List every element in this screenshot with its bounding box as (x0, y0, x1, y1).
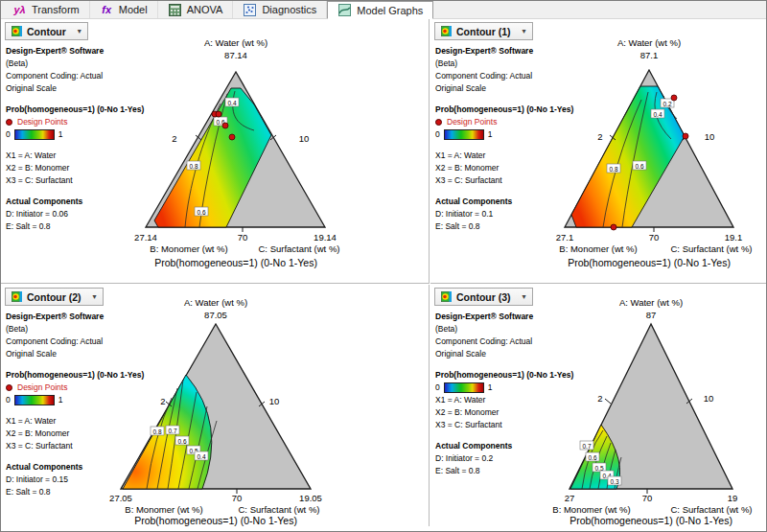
color-gradient-bar (444, 382, 484, 393)
svg-text:0.8: 0.8 (189, 163, 198, 170)
bottom-edge-value: 70 (232, 493, 243, 503)
apex-axis-value: 87.05 (204, 310, 227, 320)
plot-caption: Prob(homogeneous=1) (0-No 1-Yes) (154, 257, 317, 268)
svg-text:0.6: 0.6 (177, 438, 186, 445)
bottom-edge-value: 70 (649, 232, 660, 243)
dropdown-label: Contour (1) (456, 26, 511, 37)
coding-label: Component Coding: Actual (6, 70, 174, 82)
ribbon-tabbar: yλ Transform fx Model ANOVA Diagnostics … (1, 1, 766, 19)
dropdown-label: Contour (27, 26, 66, 37)
tab-model-graphs[interactable]: Model Graphs (327, 1, 433, 19)
chevron-down-icon: ▾ (78, 27, 81, 35)
c-axis-title: C: Surfactant (wt %) (259, 243, 340, 254)
svg-text:0.3: 0.3 (610, 478, 618, 485)
panel-contour-1: Contour (1) ▾ Design-Expert® Software (B… (430, 19, 766, 284)
contour-thumbnail-icon (12, 26, 22, 36)
tab-model-graphs-label: Model Graphs (357, 5, 423, 16)
beta-label: (Beta) (6, 323, 174, 335)
initiator-value: D: Initiator = 0.15 (6, 474, 174, 486)
color-gradient-bar (444, 129, 484, 140)
scale-label: Original Scale (435, 82, 603, 95)
svg-text:0.2: 0.2 (662, 101, 671, 107)
color-gradient-bar (14, 129, 55, 140)
x2-label: X2 = B: Monomer (6, 428, 174, 440)
panel-contour-2: Contour (2) ▾ Design-Expert® Software (B… (1, 285, 430, 526)
x2-label: X2 = B: Monomer (435, 406, 603, 419)
beta-label: (Beta) (6, 58, 174, 70)
design-points-legend: Design Points (6, 382, 174, 394)
bl-axis-value: 27.1 (556, 232, 574, 243)
svg-text:0.6: 0.6 (197, 209, 205, 216)
c-axis-title: C: Surfactant (wt %) (671, 504, 753, 515)
software-title: Design-Expert® Software (6, 311, 174, 323)
apex-axis-value: 87 (646, 310, 657, 320)
bottom-edge-value: 70 (238, 232, 248, 243)
contour-view-dropdown[interactable]: Contour (2) ▾ (5, 288, 104, 306)
tab-anova[interactable]: ANOVA (158, 1, 234, 18)
scale-label: Original Scale (6, 82, 174, 95)
plot-caption: Prob(homogeneous=1) (0-No 1-Yes) (569, 515, 732, 526)
contour-label: 0.4 (195, 451, 208, 460)
tab-transform-label: Transform (32, 4, 80, 15)
color-scale-legend: 01 (6, 394, 174, 406)
contour-thumbnail-icon (12, 291, 22, 302)
legend-sidebar: Design-Expert® Software (Beta) Component… (435, 45, 603, 233)
apex-axis-title: A: Water (wt %) (184, 297, 247, 308)
design-point-icon (6, 119, 12, 126)
response-label: Prob(homogeneous=1) (0-No 1-Yes) (6, 104, 174, 116)
design-points-legend: Design Points (435, 116, 603, 128)
coding-label: Component Coding: Actual (435, 335, 603, 348)
svg-text:0.6: 0.6 (635, 163, 643, 170)
panel-contour-3: Contour (3) ▾ Design-Expert® Software (B… (430, 285, 766, 526)
software-title: Design-Expert® Software (6, 45, 174, 58)
bl-axis-value: 27.14 (134, 232, 157, 243)
tab-diagnostics[interactable]: Diagnostics (233, 1, 327, 18)
x2-label: X2 = B: Monomer (435, 162, 603, 174)
initiator-value: D: Initiator = 0.2 (435, 452, 603, 465)
response-label: Prob(homogeneous=1) (0-No 1-Yes) (435, 369, 603, 382)
dropdown-label: Contour (2) (27, 291, 81, 303)
legend-sidebar: Design-Expert® Software (Beta) Component… (6, 311, 174, 498)
salt-value: E: Salt = 0.8 (435, 220, 603, 233)
bl-axis-value: 27 (565, 493, 575, 503)
svg-text:0.8: 0.8 (609, 166, 617, 173)
panel-contour: Contour ▾ Design-Expert® Software (Beta)… (1, 19, 430, 284)
br-axis-value: 19.14 (314, 232, 337, 243)
bottom-edge-value: 70 (642, 493, 653, 503)
x1-label: X1 = A: Water (6, 150, 174, 162)
salt-value: E: Salt = 0.8 (435, 465, 603, 477)
actual-components-label: Actual Components (6, 461, 174, 474)
contour-view-dropdown[interactable]: Contour ▾ (5, 22, 88, 40)
contour-label: 0.6 (195, 207, 208, 216)
design-points-legend: Design Points (6, 116, 174, 128)
svg-text:0.4: 0.4 (227, 100, 236, 106)
contour-view-dropdown[interactable]: Contour (1) ▾ (434, 22, 533, 40)
contour-thumbnail-icon (441, 26, 452, 36)
color-scale-legend: 01 (435, 382, 603, 394)
apex-axis-title: A: Water (wt %) (617, 37, 681, 48)
scatter-chart-icon (243, 4, 257, 16)
tab-transform[interactable]: yλ Transform (3, 1, 90, 18)
design-point-icon (6, 384, 12, 391)
calculator-icon (168, 4, 182, 16)
apex-axis-value: 87.1 (640, 50, 659, 60)
actual-components-label: Actual Components (435, 196, 603, 208)
transform-icon: yλ (12, 4, 27, 16)
b-axis-title: B: Monomer (wt %) (552, 504, 630, 515)
salt-value: E: Salt = 0.8 (6, 220, 174, 233)
contour-view-dropdown[interactable]: Contour (3) ▾ (434, 288, 533, 306)
chevron-down-icon: ▾ (93, 292, 97, 301)
beta-label: (Beta) (435, 323, 603, 335)
contour-label: 0.6 (633, 161, 646, 170)
chevron-down-icon: ▾ (523, 27, 526, 35)
response-label: Prob(homogeneous=1) (0-No 1-Yes) (435, 104, 603, 116)
contour-graph-icon (337, 4, 352, 16)
color-scale-legend: 01 (435, 128, 603, 141)
tab-model[interactable]: fx Model (90, 1, 158, 18)
b-axis-title: B: Monomer (wt %) (559, 243, 637, 254)
app-window: yλ Transform fx Model ANOVA Diagnostics … (0, 0, 767, 532)
coding-label: Component Coding: Actual (435, 70, 603, 82)
coding-label: Component Coding: Actual (6, 335, 174, 348)
color-scale-legend: 01 (6, 128, 174, 141)
contour-label: 0.3 (608, 476, 621, 485)
